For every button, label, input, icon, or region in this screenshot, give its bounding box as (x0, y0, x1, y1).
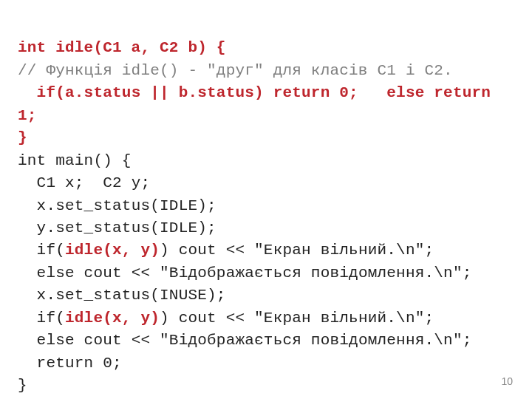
code-line-1: int idle(C1 a, C2 b) { (18, 39, 226, 56)
page-number: 10 (501, 374, 513, 389)
code-line-13: else cout << "Відображається повідомленн… (18, 332, 472, 349)
code-line-5: int main() { (18, 152, 132, 169)
code-line-9-call: idle(x, y) (65, 242, 160, 259)
code-line-12-pre: if( (18, 310, 65, 327)
code-block: int idle(C1 a, C2 b) { // Функція idle()… (18, 15, 514, 397)
code-line-8: y.set_status(IDLE); (18, 219, 216, 236)
code-line-6: C1 x; C2 y; (18, 174, 150, 191)
code-line-12-post: ) cout << "Екран вільний.\n"; (160, 310, 434, 327)
code-line-7: x.set_status(IDLE); (18, 197, 216, 214)
code-line-14: return 0; (18, 355, 122, 372)
code-line-4: } (18, 129, 27, 146)
code-line-2-comment: // Функція idle() - "друг" для класів C1… (18, 62, 453, 79)
code-line-12-call: idle(x, y) (65, 310, 160, 327)
code-line-9-pre: if( (18, 242, 65, 259)
code-line-10: else cout << "Відображається повідомленн… (18, 265, 472, 282)
code-line-3a: if(a.status || b.status) return 0; else (18, 84, 434, 101)
code-line-9-post: ) cout << "Екран вільний.\n"; (160, 242, 434, 259)
code-line-15: } (18, 377, 27, 394)
slide-page: int idle(C1 a, C2 b) { // Функція idle()… (0, 0, 532, 399)
code-line-11: x.set_status(INUSE); (18, 287, 226, 304)
